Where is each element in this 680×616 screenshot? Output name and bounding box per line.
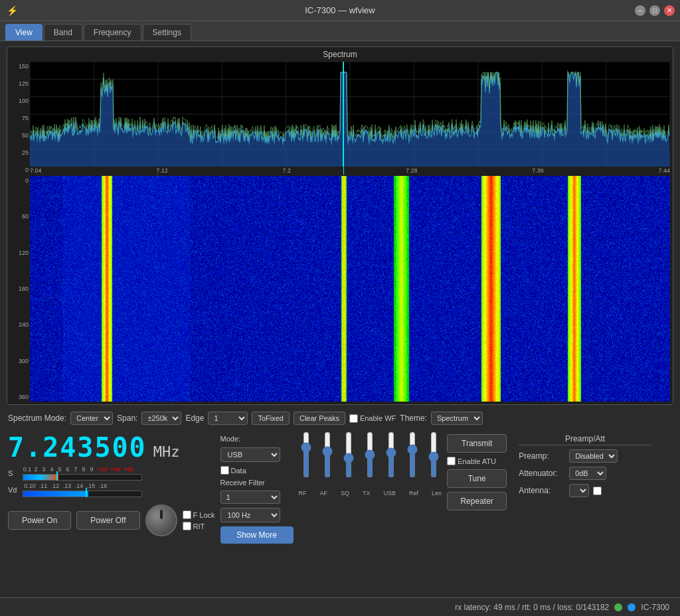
theme-label: Theme: (400, 414, 427, 423)
tab-frequency[interactable]: Frequency (84, 24, 141, 40)
spectrum-panel: Spectrum 150 125 100 75 50 25 0 7.0 (7, 46, 673, 405)
mode-label: Mode: (220, 434, 294, 443)
transmit-button[interactable]: Transmit (447, 434, 507, 453)
maximize-button[interactable]: □ (649, 5, 660, 16)
clear-peaks-button[interactable]: Clear Peaks (294, 412, 345, 425)
status-text: rx latency: 49 ms / rtt: 0 ms / loss: 0/… (455, 603, 609, 612)
preamp-title: Preamp/Att (519, 434, 651, 445)
device-label: IC-7300 (641, 603, 669, 612)
repeater-button[interactable]: Repeater (447, 492, 507, 510)
sliders-section: RF AF SQ TX USB Ref Len (299, 434, 442, 497)
rf-slider[interactable] (299, 431, 313, 478)
close-button[interactable]: ✕ (664, 5, 675, 16)
sq-slider[interactable] (342, 431, 355, 478)
slider-labels: RF AF SQ TX USB Ref Len (299, 490, 442, 497)
tab-bar: View Band Frequency Settings (0, 21, 680, 41)
ref-slider-wrap (406, 431, 419, 485)
power-on-button[interactable]: Power On (8, 511, 71, 530)
s-label: S (8, 469, 20, 477)
tx-section: Transmit Enable ATU Tune Repeater (447, 434, 513, 510)
hz-select[interactable]: 100 Hz 1 Hz 10 Hz 1 kHz (220, 508, 280, 522)
enable-wf-label: Enable WF (360, 414, 396, 422)
vd-label: Vd (8, 486, 20, 494)
atu-input[interactable] (447, 457, 456, 465)
wf-y-0: 0 (10, 177, 29, 184)
ref-slider[interactable] (406, 431, 419, 478)
usb-slider-wrap (384, 431, 398, 485)
ref-label: Ref (409, 490, 418, 497)
power-off-button[interactable]: Power Off (76, 511, 139, 530)
tab-band[interactable]: Band (44, 24, 82, 40)
antenna-label: Antenna: (519, 486, 565, 495)
tab-settings[interactable]: Settings (143, 24, 191, 40)
bottom-controls: 7.243500 MHz S 0.1 2 3 4 5 6 (7, 431, 673, 546)
wf-y-120: 120 (10, 250, 29, 256)
spectrum-mode-label: Spectrum Mode: (8, 414, 66, 423)
wf-y-60: 60 (10, 213, 29, 220)
antenna-row: Antenna: (519, 484, 651, 497)
tune-button[interactable]: Tune (447, 469, 507, 488)
smeter-section: S 0.1 2 3 4 5 6 7 8 9 +20 (8, 466, 215, 499)
vd-meter-bar (23, 491, 142, 497)
antenna-checkbox[interactable] (593, 487, 602, 495)
enable-wf-checkbox[interactable]: Enable WF (349, 414, 396, 423)
frequency-row: 7.243500 MHz (8, 434, 215, 461)
wf-y-180: 180 (10, 285, 29, 292)
af-slider[interactable] (321, 431, 334, 478)
tuning-knob[interactable] (145, 504, 177, 536)
spectrum-title: Spectrum (10, 50, 670, 59)
x-label-744: 7.44 (658, 167, 670, 174)
tab-view[interactable]: View (5, 24, 42, 40)
data-input[interactable] (220, 466, 229, 475)
flock-checkbox[interactable]: F Lock (183, 510, 215, 519)
tx-slider-wrap (363, 431, 377, 485)
spectrum-mode-select[interactable]: Center Fixed Scroll (70, 412, 113, 425)
filter-select[interactable]: 1 2 3 (220, 491, 280, 504)
span-select[interactable]: ±250k ±500k ±100k (141, 412, 181, 425)
wf-y-360: 360 (10, 394, 29, 400)
usb-label: USB (384, 490, 396, 497)
y-label-125: 125 (10, 80, 29, 87)
attenuator-select[interactable]: 0dB 6dB 12dB 18dB (569, 467, 606, 480)
attenuator-row: Attenuator: 0dB 6dB 12dB 18dB (519, 467, 651, 480)
tx-slider[interactable] (363, 431, 377, 478)
rit-checkbox[interactable]: RIT (183, 522, 215, 530)
antenna-select[interactable] (569, 484, 589, 497)
preamp-select[interactable]: Disabled Pre1 Pre2 (569, 449, 618, 463)
rf-label: RF (299, 490, 307, 497)
mode-select[interactable]: USB LSB AM FM CW (220, 447, 280, 462)
frequency-unit: MHz (153, 443, 180, 460)
len-slider[interactable] (427, 431, 440, 478)
window-title: IC-7300 — wfview (305, 5, 375, 15)
mode-filter-section: Mode: USB LSB AM FM CW Data Receive Filt… (220, 434, 294, 544)
status-dot-blue (628, 603, 636, 611)
receive-filter-label: Receive Filter (220, 479, 294, 487)
af-label: AF (320, 490, 328, 497)
data-checkbox[interactable]: Data (220, 466, 294, 475)
enable-wf-input[interactable] (349, 414, 358, 423)
waterfall-display (30, 176, 670, 402)
window-icon: ⚡ (7, 5, 18, 16)
minimize-button[interactable]: – (635, 5, 645, 16)
edge-label: Edge (185, 414, 204, 423)
tofixed-button[interactable]: ToFixed (252, 412, 290, 425)
show-more-button[interactable]: Show More (220, 526, 294, 544)
y-label-75: 75 (10, 115, 29, 121)
freq-power-section: 7.243500 MHz S 0.1 2 3 4 5 6 (8, 434, 215, 536)
flock-input[interactable] (183, 510, 191, 519)
x-label-712: 7.12 (156, 167, 168, 174)
af-slider-wrap (321, 431, 334, 485)
y-label-50: 50 (10, 132, 29, 139)
usb-slider[interactable] (384, 431, 398, 478)
data-label: Data (231, 467, 246, 475)
rit-input[interactable] (183, 522, 191, 530)
attenuator-label: Attenuator: (519, 469, 565, 478)
statusbar: rx latency: 49 ms / rtt: 0 ms / loss: 0/… (0, 597, 680, 616)
edge-select[interactable]: 1 2 (208, 412, 248, 425)
theme-select[interactable]: Spectrum Dark Default (431, 412, 483, 425)
enable-atu-label: Enable ATU (458, 457, 496, 465)
titlebar: ⚡ IC-7300 — wfview – □ ✕ (0, 0, 680, 21)
y-label-0: 0 (10, 167, 29, 173)
enable-atu-checkbox[interactable]: Enable ATU (447, 457, 513, 465)
len-label: Len (432, 490, 442, 497)
